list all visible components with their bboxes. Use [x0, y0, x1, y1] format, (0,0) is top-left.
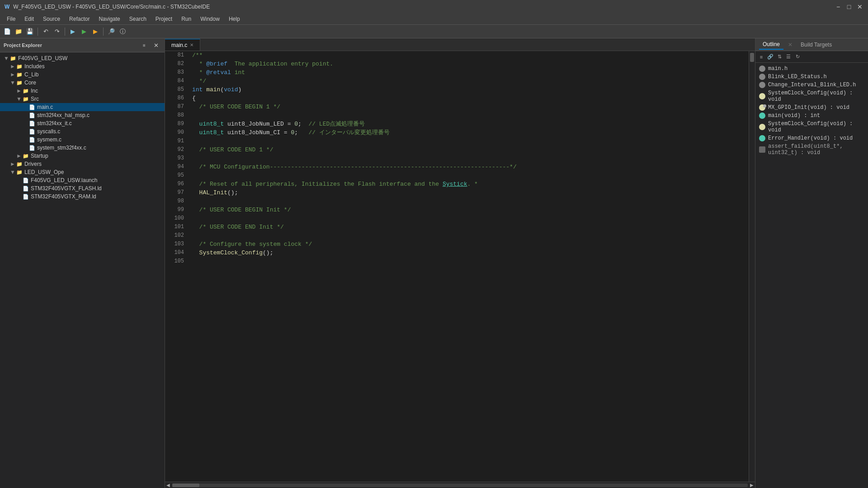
tree-core[interactable]: ▼ 📁 Core: [0, 79, 165, 87]
outline-collapse-btn[interactable]: ≡: [757, 53, 765, 61]
tree-startup[interactable]: ► 📁 Startup: [0, 152, 165, 160]
ln-102: 102: [169, 231, 184, 240]
pe-collapse-button[interactable]: ≡: [139, 40, 149, 50]
editor-tab-close[interactable]: ✕: [190, 42, 193, 47]
outline-systemclock2-label: SystemClock_Config(void) : void: [768, 121, 864, 133]
scroll-track[interactable]: [172, 483, 748, 487]
ram-label: STM32F405VGTX_RAM.ld: [31, 193, 96, 200]
outline-blinkh[interactable]: Blink_LED_Status.h: [755, 73, 868, 81]
code-line-105: [192, 257, 749, 266]
ln-93: 93: [169, 154, 184, 163]
tree-sysmem[interactable]: 📄 sysmem.c: [0, 136, 165, 144]
undo-button[interactable]: ↶: [41, 27, 51, 37]
menu-project[interactable]: Project: [151, 14, 177, 23]
tree-ram[interactable]: 📄 STM32F405VGTX_RAM.ld: [0, 192, 165, 201]
src-folder-icon: 📁: [23, 96, 29, 102]
tree-clib[interactable]: ► 📁 C_Lib: [0, 70, 165, 79]
ln-97: 97: [169, 188, 184, 197]
menu-search[interactable]: Search: [125, 14, 151, 23]
code-line-86: {: [192, 94, 749, 103]
outline-sort-btn[interactable]: ⇅: [775, 53, 783, 61]
tree-launch[interactable]: 📄 F405VG_LED_USW.launch: [0, 176, 165, 184]
menu-refactor[interactable]: Refactor: [65, 14, 94, 23]
launch-label: F405VG_LED_USW.launch: [31, 177, 97, 183]
outline-mainh[interactable]: main.h: [755, 65, 868, 73]
ln-95: 95: [169, 171, 184, 180]
outline-main-icon: [759, 113, 765, 119]
tree-root[interactable]: ▼ 📁 F405VG_LED_USW: [0, 54, 165, 62]
scroll-left-arrow[interactable]: ◀: [165, 482, 171, 488]
ln-81: 81: [169, 51, 184, 60]
close-button[interactable]: ✕: [856, 3, 863, 10]
pe-close-button[interactable]: ✕: [151, 40, 161, 50]
ln-82: 82: [169, 60, 184, 68]
tab-outline[interactable]: Outline: [759, 40, 783, 50]
ln-104: 104: [169, 249, 184, 257]
editor-tab-mainc[interactable]: main.c ✕: [165, 39, 200, 51]
tree-includes[interactable]: ► 📁 Includes: [0, 62, 165, 70]
ln-101: 101: [169, 223, 184, 231]
build-button[interactable]: ▶: [68, 27, 78, 37]
ln-88: 88: [169, 111, 184, 120]
info-button[interactable]: ⓘ: [118, 27, 127, 37]
menu-edit[interactable]: Edit: [20, 14, 38, 23]
ln-84: 84: [169, 77, 184, 85]
outline-mxgpio[interactable]: MX_GPIO_Init(void) : void: [755, 103, 868, 112]
vertical-scrollbar[interactable]: [749, 51, 755, 482]
window-title: W_F405VG_LED_USW - F405VG_LED_USW/Core/S…: [13, 4, 835, 10]
outline-main[interactable]: main(void) : int: [755, 112, 868, 120]
menu-run[interactable]: Run: [177, 14, 196, 23]
outline-link-btn[interactable]: 🔗: [766, 53, 774, 61]
tree-mainc[interactable]: 📄 main.c: [0, 103, 165, 111]
code-content[interactable]: /** * @brief The application entry point…: [188, 51, 749, 482]
it-label: stm32f4xx_it.c: [37, 120, 72, 127]
code-editor[interactable]: 81 82 83 84 85 86 87 88 89 90 91 92 93 9…: [165, 51, 755, 482]
open-button[interactable]: 📁: [14, 27, 24, 37]
ln-87: 87: [169, 103, 184, 111]
inc-folder-icon: 📁: [23, 88, 29, 94]
outline-systemclock[interactable]: SystemClock_Config(void) : void: [755, 89, 868, 103]
mainc-label: main.c: [37, 104, 53, 110]
run-button[interactable]: ▶: [79, 27, 89, 37]
menu-file[interactable]: File: [2, 14, 20, 23]
tree-it[interactable]: 📄 stm32f4xx_it.c: [0, 119, 165, 127]
tree-hal-msp[interactable]: 📄 stm32f4xx_hal_msp.c: [0, 111, 165, 119]
menu-window[interactable]: Window: [196, 14, 224, 23]
save-button[interactable]: 💾: [25, 27, 35, 37]
sysmem-file-icon: 📄: [29, 137, 35, 143]
tab-build-targets[interactable]: Build Targets: [797, 40, 835, 49]
menu-source[interactable]: Source: [38, 14, 65, 23]
outline-filter-btn[interactable]: ☰: [784, 53, 793, 61]
clib-folder-icon: 📁: [16, 72, 23, 78]
minimize-button[interactable]: −: [835, 3, 842, 10]
drivers-label: Drivers: [24, 161, 42, 167]
tree-drivers[interactable]: ► 📁 Drivers: [0, 160, 165, 168]
outline-toolbar: ≡ 🔗 ⇅ ☰ ↻: [755, 51, 868, 63]
outline-refresh-btn[interactable]: ↻: [793, 53, 802, 61]
maximize-button[interactable]: □: [845, 3, 853, 10]
root-icon: 📁: [10, 56, 16, 61]
tree-syscalls[interactable]: 📄 syscalls.c: [0, 127, 165, 136]
led-ope-arrow: ▼: [10, 169, 16, 175]
tree-system[interactable]: 📄 system_stm32f4xx.c: [0, 144, 165, 152]
outline-systemclock2[interactable]: SystemClock_Config(void) : void: [755, 120, 868, 134]
tree-flash[interactable]: 📄 STM32F405VGTX_FLASH.ld: [0, 184, 165, 192]
outline-mxgpio-icon: [759, 104, 765, 111]
outline-changeh[interactable]: Change_Interval_Blink_LED.h: [755, 81, 868, 89]
tree-led-ope[interactable]: ▼ 📁 LED_USW_Ope: [0, 168, 165, 176]
menu-help[interactable]: Help: [224, 14, 245, 23]
menu-navigate[interactable]: Navigate: [94, 14, 124, 23]
outline-assertfailed[interactable]: assert_failed(uint8_t*, uint32_t) : void: [755, 142, 868, 157]
tree-inc[interactable]: ► 📁 Inc: [0, 87, 165, 95]
debug-button[interactable]: ▶: [90, 27, 100, 37]
scroll-right-arrow[interactable]: ▶: [749, 482, 755, 488]
new-button[interactable]: 📄: [2, 27, 12, 37]
window-controls: − □ ✕: [835, 3, 863, 10]
redo-button[interactable]: ↷: [52, 27, 62, 37]
tree-src[interactable]: ▼ 📁 Src: [0, 95, 165, 103]
outline-changeh-label: Change_Interval_Blink_LED.h: [768, 82, 856, 88]
horizontal-scrollbar[interactable]: ◀ ▶: [165, 482, 755, 488]
outline-errorhandler[interactable]: Error_Handler(void) : void: [755, 134, 868, 142]
search-toolbar-button[interactable]: 🔎: [106, 27, 116, 37]
sysmem-label: sysmem.c: [37, 136, 61, 143]
